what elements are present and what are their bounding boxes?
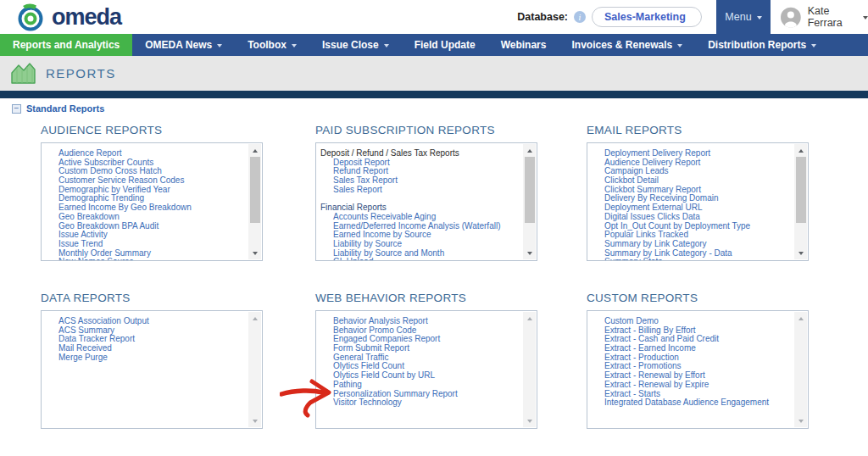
scroll-thumb[interactable]: [796, 157, 806, 223]
collapse-icon[interactable]: [12, 104, 21, 114]
report-link[interactable]: Extract - Renewal by Expire: [587, 381, 794, 390]
caret-down-icon: [292, 44, 297, 47]
report-listbox: Deployment Delivery ReportAudience Deliv…: [587, 142, 809, 261]
scrollbar[interactable]: [248, 144, 261, 259]
caret-down-icon: [757, 16, 762, 19]
top-header: omeda Database: i Sales-Marketing Menu K…: [0, 0, 868, 34]
report-group-email-reports: EMAIL REPORTSDeployment Delivery ReportA…: [587, 124, 809, 136]
nav-item-label: Issue Close: [322, 39, 379, 51]
scroll-thumb[interactable]: [525, 157, 535, 223]
report-listbox: Deposit / Refund / Sales Tax ReportsDepo…: [315, 142, 537, 261]
nav-item-reports-and-analytics[interactable]: Reports and Analytics: [0, 34, 132, 56]
menu-button-label: Menu: [725, 11, 751, 23]
nav-item-label: OMEDA News: [145, 39, 212, 51]
report-listbox: ACS Association OutputACS SummaryData Tr…: [41, 310, 263, 429]
standard-reports-toggle[interactable]: Standard Reports: [12, 103, 104, 114]
logo-wordmark: omeda: [52, 4, 121, 31]
caret-down-icon: [863, 16, 868, 19]
report-group-custom-reports: CUSTOM REPORTSCustom DemoExtract - Billi…: [587, 292, 809, 304]
scroll-down-icon[interactable]: [794, 415, 807, 426]
report-listbox: Audience ReportActive Subscriber CountsC…: [41, 142, 263, 261]
database-label: Database:: [517, 11, 568, 23]
nav-item-toolbox[interactable]: Toolbox: [235, 34, 309, 56]
database-value: Sales-Marketing: [604, 11, 686, 23]
report-group-paid-subscription-reports: PAID SUBSCRIPTION REPORTSDeposit / Refun…: [315, 124, 537, 136]
nav-item-field-update[interactable]: Field Update: [402, 34, 488, 56]
report-link[interactable]: Sales Report: [316, 186, 523, 195]
avatar: [781, 6, 801, 29]
report-link[interactable]: New Names Source: [42, 258, 248, 260]
nav-item-label: Invoices & Renewals: [571, 39, 672, 51]
report-group-data-reports: DATA REPORTSACS Association OutputACS Su…: [41, 292, 263, 304]
report-link[interactable]: Accounts Receivable Aging: [316, 213, 523, 222]
standard-reports-label: Standard Reports: [26, 103, 104, 114]
report-link[interactable]: Summary Stats: [587, 258, 794, 260]
scrollbar[interactable]: [248, 312, 261, 427]
report-group-title: AUDIENCE REPORTS: [41, 124, 263, 136]
nav-item-label: Reports and Analytics: [13, 39, 120, 51]
main-nav: Reports and AnalyticsOMEDA NewsToolboxIs…: [0, 34, 868, 56]
nav-item-issue-close[interactable]: Issue Close: [309, 34, 402, 56]
report-group-title: CUSTOM REPORTS: [587, 292, 809, 304]
page-banner: REPORTS: [0, 56, 868, 91]
report-group-title: EMAIL REPORTS: [587, 124, 809, 136]
report-link[interactable]: Issue Trend: [42, 240, 248, 249]
nav-item-invoices-renewals[interactable]: Invoices & Renewals: [559, 34, 695, 56]
nav-item-label: Webinars: [501, 39, 547, 51]
report-link[interactable]: Pathing: [316, 381, 523, 390]
scrollbar[interactable]: [523, 312, 536, 427]
report-group-title: PAID SUBSCRIPTION REPORTS: [315, 124, 537, 136]
omeda-logo: omeda: [15, 2, 121, 32]
nav-item-omeda-news[interactable]: OMEDA News: [132, 34, 235, 56]
red-arrow-annotation: [280, 378, 334, 419]
report-link[interactable]: Summary by Link Category: [587, 240, 794, 249]
report-link[interactable]: Geo Breakdown: [42, 213, 248, 222]
report-group-title: DATA REPORTS: [41, 292, 263, 304]
scrollbar[interactable]: [523, 144, 536, 259]
scroll-up-icon[interactable]: [523, 313, 536, 324]
menu-button[interactable]: Menu: [716, 0, 771, 34]
scroll-up-icon[interactable]: [523, 145, 536, 156]
scrollbar[interactable]: [794, 144, 807, 259]
caret-down-icon: [811, 44, 816, 47]
caret-down-icon: [384, 44, 389, 47]
scroll-down-icon[interactable]: [794, 247, 807, 259]
report-link[interactable]: Integrated Database Audience Engagement: [587, 398, 794, 408]
nav-item-label: Distribution Reports: [708, 39, 806, 51]
nav-item-distribution-reports[interactable]: Distribution Reports: [695, 34, 829, 56]
scroll-up-icon[interactable]: [794, 145, 807, 156]
report-listbox: Custom DemoExtract - Billing By EffortEx…: [587, 310, 809, 429]
nav-item-label: Field Update: [415, 39, 476, 51]
scroll-up-icon[interactable]: [794, 313, 807, 324]
caret-down-icon: [217, 44, 222, 47]
user-menu[interactable]: Kate Ferrara: [781, 0, 868, 34]
report-group-web-behavior-reports: WEB BEHAVIOR REPORTSBehavior Analysis Re…: [315, 292, 537, 304]
caret-down-icon: [677, 44, 682, 47]
report-link[interactable]: Merge Purge: [42, 353, 248, 363]
database-input[interactable]: Sales-Marketing: [592, 7, 702, 27]
info-icon[interactable]: i: [574, 11, 586, 23]
report-link[interactable]: GL Upload: [316, 258, 523, 260]
scroll-up-icon[interactable]: [248, 145, 261, 156]
omeda-logo-icon: [15, 2, 46, 32]
report-link[interactable]: Digital Issues Clicks Data: [587, 213, 794, 222]
scroll-up-icon[interactable]: [248, 313, 261, 324]
page-title: REPORTS: [46, 66, 116, 81]
database-selector-area: Database: i Sales-Marketing: [517, 7, 702, 27]
divider-bar: [0, 91, 868, 98]
scroll-down-icon[interactable]: [523, 247, 536, 259]
user-name: Kate Ferrara: [808, 5, 859, 29]
report-group-title: WEB BEHAVIOR REPORTS: [315, 292, 537, 304]
scroll-down-icon[interactable]: [523, 415, 536, 426]
scroll-down-icon[interactable]: [248, 247, 261, 259]
reports-chart-icon: [10, 62, 36, 85]
report-link[interactable]: Visitor Technology: [316, 398, 523, 408]
report-listbox: Behavior Analysis ReportBehavior Promo C…: [315, 310, 537, 429]
scroll-down-icon[interactable]: [248, 415, 261, 426]
report-link[interactable]: Liability by Source: [316, 240, 523, 249]
nav-item-label: Toolbox: [248, 39, 287, 51]
scrollbar[interactable]: [794, 312, 807, 427]
report-group-audience-reports: AUDIENCE REPORTSAudience ReportActive Su…: [41, 124, 263, 136]
scroll-thumb[interactable]: [250, 157, 260, 223]
nav-item-webinars[interactable]: Webinars: [488, 34, 559, 56]
